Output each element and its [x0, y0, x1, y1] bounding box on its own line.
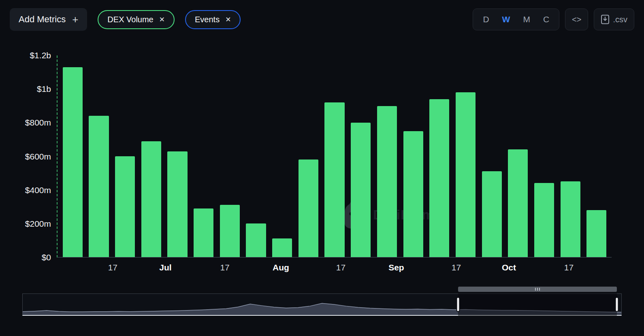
x-axis-label: 17 [108, 263, 117, 272]
dex-volume-bar[interactable] [324, 102, 344, 257]
interval-selector: D W M C [473, 9, 559, 30]
dex-volume-bar[interactable] [115, 156, 135, 257]
plot-area[interactable]: DefiLlama [57, 55, 612, 257]
bar-slot [426, 55, 452, 257]
dex-volume-bar[interactable] [508, 149, 528, 257]
x-axis: 17Jul17Aug17Sep17Oct17 [57, 263, 612, 276]
metric-pill-dex-volume[interactable]: DEX Volume ✕ [98, 10, 175, 29]
bar-slot [86, 55, 112, 257]
dex-volume-bar[interactable] [299, 159, 318, 257]
bar-slot [583, 55, 610, 257]
x-axis-label: 17 [220, 263, 229, 272]
csv-download-icon [601, 15, 610, 24]
bar-slot [531, 55, 557, 257]
y-axis: $1.2b$1b$800m$600m$400m$200m$0 [0, 55, 51, 257]
bar-slot [374, 55, 400, 257]
y-axis-label: $600m [25, 152, 51, 162]
x-axis-label: 17 [452, 263, 461, 272]
toolbar-right: D W M C <> .csv [473, 9, 634, 30]
bar-slot [164, 55, 191, 257]
brush-selection-window[interactable] [458, 293, 617, 316]
x-axis-label: Oct [502, 263, 516, 272]
bar-slot [348, 55, 374, 257]
bar-slot [452, 55, 479, 257]
bar-slot [295, 55, 322, 257]
bar-slot [269, 55, 295, 257]
add-metrics-button[interactable]: Add Metrics + [10, 8, 87, 31]
bar-slot [217, 55, 243, 257]
y-axis-label: $0 [42, 253, 51, 262]
dex-volume-bar[interactable] [89, 116, 109, 257]
x-axis-label: Sep [388, 263, 404, 272]
dex-volume-bar[interactable] [534, 183, 554, 257]
dex-volume-bar[interactable] [351, 123, 371, 257]
close-icon[interactable]: ✕ [225, 15, 231, 24]
dex-volume-bar[interactable] [377, 106, 397, 257]
dex-volume-bar[interactable] [403, 131, 423, 257]
interval-monthly-button[interactable]: M [516, 15, 537, 24]
brush-grip-icon [458, 287, 617, 292]
y-axis-label: $1b [37, 84, 51, 94]
bar-slot [400, 55, 426, 257]
bar-slot [322, 55, 348, 257]
toolbar: Add Metrics + DEX Volume ✕ Events ✕ D W … [10, 8, 634, 31]
x-axis-label: Jul [159, 263, 171, 272]
y-axis-label: $400m [25, 185, 51, 195]
bar-slot [138, 55, 164, 257]
dex-volume-bar[interactable] [429, 99, 449, 257]
brush-drag-bar[interactable] [458, 287, 617, 292]
embed-code-icon: <> [572, 15, 581, 24]
embed-code-button[interactable]: <> [565, 9, 588, 30]
interval-cumulative-button[interactable]: C [537, 15, 556, 24]
bar-slot [112, 55, 138, 257]
bars [58, 55, 612, 257]
bar-slot [190, 55, 217, 257]
interval-daily-button[interactable]: D [476, 15, 495, 24]
plus-icon: + [72, 14, 78, 25]
dex-volume-bar[interactable] [220, 205, 240, 257]
dex-volume-bar[interactable] [246, 223, 266, 257]
bar-slot [479, 55, 505, 257]
y-axis-label: $1.2b [30, 51, 51, 60]
bar-slot [243, 55, 269, 257]
brush-handle-right[interactable] [615, 297, 619, 312]
dex-volume-bar[interactable] [561, 181, 580, 257]
metric-pill-label: DEX Volume [107, 15, 153, 24]
bar-slot [60, 55, 86, 257]
csv-label: .csv [613, 15, 627, 24]
y-axis-label: $800m [25, 118, 51, 128]
dex-volume-bar[interactable] [586, 210, 606, 257]
metric-pill-events[interactable]: Events ✕ [185, 10, 241, 29]
dex-volume-bar[interactable] [272, 238, 292, 257]
x-axis-label: 17 [336, 263, 345, 272]
brush-handle-left[interactable] [456, 297, 460, 312]
download-csv-button[interactable]: .csv [594, 9, 634, 30]
dex-volume-bar[interactable] [482, 171, 502, 257]
bar-slot [557, 55, 584, 257]
metric-pill-label: Events [195, 15, 220, 24]
dex-volume-bar[interactable] [141, 141, 161, 257]
add-metrics-label: Add Metrics [19, 14, 66, 25]
close-icon[interactable]: ✕ [159, 15, 165, 24]
dex-volume-bar[interactable] [194, 208, 213, 257]
dex-volume-bar[interactable] [456, 92, 476, 257]
x-axis-label: 17 [564, 263, 574, 272]
dex-volume-bar[interactable] [63, 67, 83, 257]
dex-volume-bar[interactable] [167, 151, 187, 257]
y-axis-label: $200m [25, 219, 51, 229]
interval-weekly-button[interactable]: W [496, 15, 517, 24]
brush[interactable] [22, 287, 622, 316]
x-axis-label: Aug [273, 263, 289, 272]
bar-slot [505, 55, 531, 257]
